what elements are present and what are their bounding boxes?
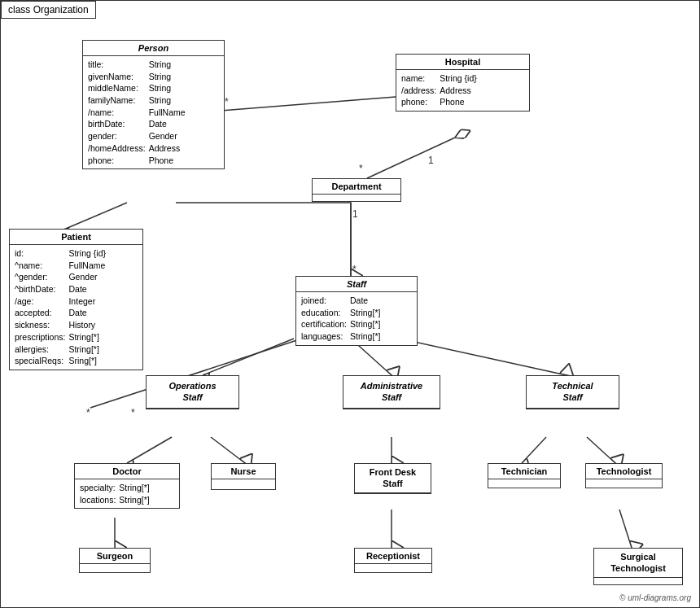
svg-line-9 — [203, 339, 294, 375]
svg-text:1: 1 — [428, 155, 434, 166]
department-attrs — [313, 195, 400, 201]
person-box: Person title:String givenName:String mid… — [82, 40, 225, 169]
person-title: Person — [83, 41, 224, 56]
front-desk-staff-title: Front DeskStaff — [355, 464, 431, 493]
svg-line-15 — [522, 437, 546, 463]
technical-staff-box: TechnicalStaff — [526, 375, 619, 409]
patient-title: Patient — [10, 230, 142, 245]
receptionist-title: Receptionist — [355, 549, 431, 564]
hospital-box: Hospital name:String {id} /address:Addre… — [396, 54, 530, 112]
person-attrs: title:String givenName:String middleName… — [83, 56, 224, 168]
surgical-technologist-box: SurgicalTechnologist — [593, 548, 683, 585]
patient-box: Patient id:String {id} ^name:FullName ^g… — [9, 229, 143, 370]
operations-staff-box: OperationsStaff — [146, 375, 239, 409]
diagram-title: class Organization — [1, 1, 96, 19]
administrative-staff-title: AdministrativeStaff — [343, 376, 440, 409]
administrative-staff-box: AdministrativeStaff — [343, 375, 440, 409]
technician-title: Technician — [488, 464, 560, 479]
svg-text:1: 1 — [352, 208, 358, 220]
surgeon-title: Surgeon — [80, 549, 150, 564]
patient-attrs: id:String {id} ^name:FullName ^gender:Ge… — [10, 245, 142, 370]
technical-staff-title: TechnicalStaff — [527, 376, 619, 409]
technologist-box: Technologist — [585, 463, 663, 488]
department-box: Department — [312, 178, 401, 202]
svg-text:*: * — [86, 407, 90, 418]
svg-text:*: * — [359, 163, 363, 174]
nurse-title: Nurse — [212, 464, 275, 479]
svg-line-19 — [619, 510, 632, 548]
hospital-attrs: name:String {id} /address:Address phone:… — [396, 70, 529, 111]
surgeon-box: Surgeon — [79, 548, 151, 573]
diagram-container: class Organization — [0, 0, 700, 608]
svg-line-16 — [587, 437, 615, 463]
svg-line-12 — [127, 437, 172, 463]
svg-line-7 — [221, 97, 396, 111]
technologist-title: Technologist — [586, 464, 662, 479]
doctor-title: Doctor — [75, 464, 179, 479]
front-desk-staff-box: Front DeskStaff — [354, 463, 431, 494]
nurse-box: Nurse — [211, 463, 276, 490]
receptionist-box: Receptionist — [354, 548, 432, 573]
staff-attrs: joined:Date education:String[*] certific… — [296, 292, 417, 345]
department-title: Department — [313, 179, 400, 195]
svg-text:*: * — [352, 264, 357, 275]
hospital-title: Hospital — [396, 55, 529, 70]
svg-text:*: * — [225, 96, 229, 107]
doctor-attrs: specialty:String[*] locations:String[*] — [75, 479, 179, 508]
svg-line-11 — [400, 339, 567, 375]
staff-title: Staff — [296, 277, 417, 292]
doctor-box: Doctor specialty:String[*] locations:Str… — [74, 463, 180, 509]
operations-staff-title: OperationsStaff — [147, 376, 238, 409]
svg-text:*: * — [131, 407, 135, 418]
copyright: © uml-diagrams.org — [619, 593, 691, 602]
technician-box: Technician — [488, 463, 561, 488]
surgical-technologist-title: SurgicalTechnologist — [594, 549, 682, 578]
svg-line-5 — [62, 203, 127, 230]
staff-box: Staff joined:Date education:String[*] ce… — [295, 276, 418, 346]
svg-line-13 — [211, 437, 245, 463]
svg-line-6 — [367, 138, 455, 178]
